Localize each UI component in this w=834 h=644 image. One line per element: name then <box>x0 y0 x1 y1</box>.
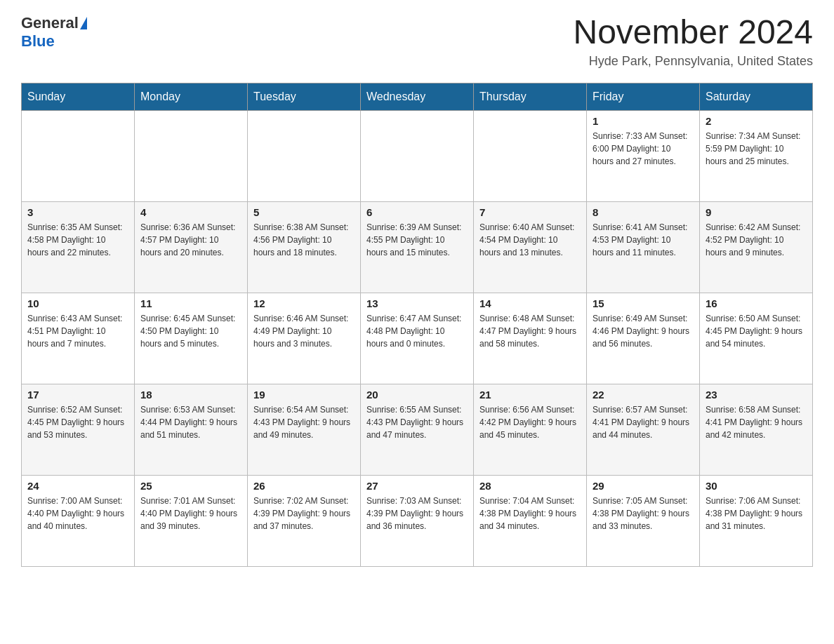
calendar-cell: 12Sunrise: 6:46 AM Sunset: 4:49 PM Dayli… <box>248 293 361 384</box>
calendar-week-row: 1Sunrise: 7:33 AM Sunset: 6:00 PM Daylig… <box>22 110 813 201</box>
logo: General Blue <box>21 14 87 51</box>
day-info: Sunrise: 6:58 AM Sunset: 4:41 PM Dayligh… <box>706 403 807 441</box>
day-number: 24 <box>27 480 128 492</box>
day-number: 9 <box>706 206 807 218</box>
day-info: Sunrise: 6:56 AM Sunset: 4:42 PM Dayligh… <box>479 403 581 441</box>
calendar-cell: 20Sunrise: 6:55 AM Sunset: 4:43 PM Dayli… <box>361 384 474 475</box>
day-info: Sunrise: 6:48 AM Sunset: 4:47 PM Dayligh… <box>479 312 581 350</box>
calendar-cell: 13Sunrise: 6:47 AM Sunset: 4:48 PM Dayli… <box>361 293 474 384</box>
day-info: Sunrise: 6:55 AM Sunset: 4:43 PM Dayligh… <box>366 403 468 441</box>
day-info: Sunrise: 6:49 AM Sunset: 4:46 PM Dayligh… <box>593 312 694 350</box>
calendar-cell: 23Sunrise: 6:58 AM Sunset: 4:41 PM Dayli… <box>700 384 813 475</box>
calendar-header-row: SundayMondayTuesdayWednesdayThursdayFrid… <box>22 83 813 110</box>
day-number: 22 <box>593 389 694 401</box>
day-info: Sunrise: 6:52 AM Sunset: 4:45 PM Dayligh… <box>27 403 128 441</box>
logo-triangle-icon <box>80 17 87 29</box>
day-number: 29 <box>593 480 694 492</box>
day-number: 7 <box>479 206 581 218</box>
calendar-cell: 6Sunrise: 6:39 AM Sunset: 4:55 PM Daylig… <box>361 201 474 293</box>
calendar-cell: 15Sunrise: 6:49 AM Sunset: 4:46 PM Dayli… <box>587 293 700 384</box>
day-info: Sunrise: 7:34 AM Sunset: 5:59 PM Dayligh… <box>706 130 807 168</box>
calendar-day-header: Thursday <box>474 83 587 110</box>
calendar-table: SundayMondayTuesdayWednesdayThursdayFrid… <box>21 83 813 567</box>
day-info: Sunrise: 7:33 AM Sunset: 6:00 PM Dayligh… <box>593 130 694 168</box>
day-number: 17 <box>27 389 128 401</box>
day-info: Sunrise: 6:50 AM Sunset: 4:45 PM Dayligh… <box>706 312 807 350</box>
calendar-day-header: Sunday <box>22 83 135 110</box>
day-info: Sunrise: 6:53 AM Sunset: 4:44 PM Dayligh… <box>140 403 241 441</box>
day-info: Sunrise: 7:04 AM Sunset: 4:38 PM Dayligh… <box>479 495 581 532</box>
day-number: 1 <box>593 115 694 127</box>
calendar-week-row: 24Sunrise: 7:00 AM Sunset: 4:40 PM Dayli… <box>22 475 813 566</box>
calendar-cell <box>361 110 474 201</box>
day-number: 18 <box>140 389 241 401</box>
calendar-cell: 4Sunrise: 6:36 AM Sunset: 4:57 PM Daylig… <box>135 201 248 293</box>
day-number: 20 <box>366 389 468 401</box>
calendar-cell: 24Sunrise: 7:00 AM Sunset: 4:40 PM Dayli… <box>22 475 135 566</box>
calendar-week-row: 3Sunrise: 6:35 AM Sunset: 4:58 PM Daylig… <box>22 201 813 293</box>
calendar-cell: 9Sunrise: 6:42 AM Sunset: 4:52 PM Daylig… <box>700 201 813 293</box>
calendar-cell: 19Sunrise: 6:54 AM Sunset: 4:43 PM Dayli… <box>248 384 361 475</box>
calendar-day-header: Monday <box>135 83 248 110</box>
day-number: 23 <box>706 389 807 401</box>
day-info: Sunrise: 6:40 AM Sunset: 4:54 PM Dayligh… <box>479 221 581 259</box>
day-info: Sunrise: 6:47 AM Sunset: 4:48 PM Dayligh… <box>366 312 468 350</box>
day-number: 26 <box>253 480 355 492</box>
month-title: November 2024 <box>573 14 813 51</box>
calendar-cell: 28Sunrise: 7:04 AM Sunset: 4:38 PM Dayli… <box>474 475 587 566</box>
day-info: Sunrise: 7:05 AM Sunset: 4:38 PM Dayligh… <box>593 495 694 532</box>
day-number: 2 <box>706 115 807 127</box>
calendar-week-row: 10Sunrise: 6:43 AM Sunset: 4:51 PM Dayli… <box>22 293 813 384</box>
logo-general-text: General <box>21 14 79 32</box>
day-info: Sunrise: 6:46 AM Sunset: 4:49 PM Dayligh… <box>253 312 355 350</box>
calendar-cell: 21Sunrise: 6:56 AM Sunset: 4:42 PM Dayli… <box>474 384 587 475</box>
calendar-day-header: Saturday <box>700 83 813 110</box>
calendar-week-row: 17Sunrise: 6:52 AM Sunset: 4:45 PM Dayli… <box>22 384 813 475</box>
day-number: 19 <box>253 389 355 401</box>
day-number: 4 <box>140 206 241 218</box>
calendar-cell: 17Sunrise: 6:52 AM Sunset: 4:45 PM Dayli… <box>22 384 135 475</box>
calendar-cell: 7Sunrise: 6:40 AM Sunset: 4:54 PM Daylig… <box>474 201 587 293</box>
calendar-cell: 22Sunrise: 6:57 AM Sunset: 4:41 PM Dayli… <box>587 384 700 475</box>
calendar-cell: 10Sunrise: 6:43 AM Sunset: 4:51 PM Dayli… <box>22 293 135 384</box>
calendar-cell: 5Sunrise: 6:38 AM Sunset: 4:56 PM Daylig… <box>248 201 361 293</box>
calendar-cell: 30Sunrise: 7:06 AM Sunset: 4:38 PM Dayli… <box>700 475 813 566</box>
day-info: Sunrise: 6:45 AM Sunset: 4:50 PM Dayligh… <box>140 312 241 350</box>
day-number: 6 <box>366 206 468 218</box>
day-info: Sunrise: 6:39 AM Sunset: 4:55 PM Dayligh… <box>366 221 468 259</box>
calendar-cell: 14Sunrise: 6:48 AM Sunset: 4:47 PM Dayli… <box>474 293 587 384</box>
day-number: 13 <box>366 297 468 309</box>
calendar-cell <box>474 110 587 201</box>
day-number: 14 <box>479 297 581 309</box>
day-info: Sunrise: 6:35 AM Sunset: 4:58 PM Dayligh… <box>27 221 128 259</box>
day-info: Sunrise: 6:43 AM Sunset: 4:51 PM Dayligh… <box>27 312 128 350</box>
day-info: Sunrise: 6:42 AM Sunset: 4:52 PM Dayligh… <box>706 221 807 259</box>
logo-blue-text: Blue <box>21 32 55 51</box>
calendar-cell: 29Sunrise: 7:05 AM Sunset: 4:38 PM Dayli… <box>587 475 700 566</box>
day-info: Sunrise: 7:01 AM Sunset: 4:40 PM Dayligh… <box>140 495 241 532</box>
calendar-cell <box>248 110 361 201</box>
calendar-day-header: Friday <box>587 83 700 110</box>
calendar-cell <box>22 110 135 201</box>
calendar-cell: 8Sunrise: 6:41 AM Sunset: 4:53 PM Daylig… <box>587 201 700 293</box>
day-info: Sunrise: 6:36 AM Sunset: 4:57 PM Dayligh… <box>140 221 241 259</box>
calendar-cell: 16Sunrise: 6:50 AM Sunset: 4:45 PM Dayli… <box>700 293 813 384</box>
day-number: 12 <box>253 297 355 309</box>
title-area: November 2024 Hyde Park, Pennsylvania, U… <box>573 14 813 69</box>
calendar-cell: 27Sunrise: 7:03 AM Sunset: 4:39 PM Dayli… <box>361 475 474 566</box>
day-number: 8 <box>593 206 694 218</box>
day-number: 5 <box>253 206 355 218</box>
day-number: 21 <box>479 389 581 401</box>
location-title: Hyde Park, Pennsylvania, United States <box>573 54 813 69</box>
day-number: 11 <box>140 297 241 309</box>
day-info: Sunrise: 7:03 AM Sunset: 4:39 PM Dayligh… <box>366 495 468 532</box>
day-number: 16 <box>706 297 807 309</box>
calendar-cell: 25Sunrise: 7:01 AM Sunset: 4:40 PM Dayli… <box>135 475 248 566</box>
calendar-cell: 3Sunrise: 6:35 AM Sunset: 4:58 PM Daylig… <box>22 201 135 293</box>
day-number: 15 <box>593 297 694 309</box>
calendar-cell <box>135 110 248 201</box>
day-number: 30 <box>706 480 807 492</box>
day-info: Sunrise: 6:41 AM Sunset: 4:53 PM Dayligh… <box>593 221 694 259</box>
day-info: Sunrise: 7:02 AM Sunset: 4:39 PM Dayligh… <box>253 495 355 532</box>
day-number: 10 <box>27 297 128 309</box>
